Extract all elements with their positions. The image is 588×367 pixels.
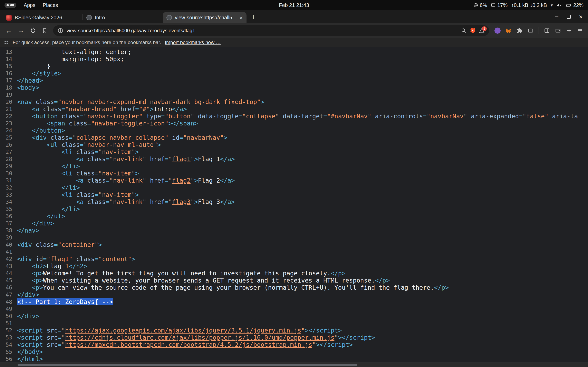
line-content: </li> (17, 184, 80, 191)
line-number: 51 (0, 320, 12, 327)
line-number: 17 (0, 77, 12, 84)
line-content: </ul> (17, 213, 65, 220)
code-line: 50</div> (0, 313, 588, 320)
line-content: </div> (17, 291, 39, 298)
code-line: 15 } (0, 63, 588, 70)
activities-bar-icon (10, 4, 14, 6)
brave-rewards-icon[interactable]: 1 (479, 28, 485, 33)
tab-strip: BSides Galway 2026 Intro view-source:htt… (0, 10, 588, 23)
reload-button[interactable] (28, 25, 38, 36)
code-line: 45 <p>When visiting a website, your brow… (0, 277, 588, 284)
tab-view-source-active[interactable]: view-source:https://chall5 × (163, 12, 247, 23)
source-link[interactable]: # (143, 106, 146, 113)
line-content: <body> (17, 84, 39, 91)
code-line: 37 </div> (0, 220, 588, 227)
sidebar-toggle-icon[interactable] (542, 26, 552, 35)
line-number: 23 (0, 120, 12, 127)
line-content: </li> (17, 163, 80, 170)
line-content: } (17, 63, 51, 70)
extension-purple-icon[interactable] (493, 26, 502, 35)
menu-apps[interactable]: Apps (24, 2, 35, 8)
source-link[interactable]: https://cdnjs.cloudflare.com/ajax/libs/p… (65, 334, 335, 341)
code-line: 35 </li> (0, 205, 588, 213)
line-content: <script src="https://cdnjs.cloudflare.co… (17, 334, 375, 341)
code-line: 55</body> (0, 348, 588, 355)
leo-ai-sparkle-icon[interactable] (564, 26, 574, 35)
source-link[interactable]: https://maxcdn.bootstrapcdn.com/bootstra… (65, 341, 312, 348)
line-number: 44 (0, 270, 12, 277)
tab-close-icon[interactable]: × (239, 15, 243, 21)
address-bar[interactable]: view-source:https://chall5000.galway.zer… (53, 25, 489, 36)
line-content: <button class="navbar-toggler" type="but… (17, 113, 578, 120)
line-number: 42 (0, 255, 12, 263)
new-tab-button[interactable]: + (251, 13, 256, 21)
url-text[interactable]: view-source:https://chall5000.galway.zer… (67, 28, 195, 33)
wallet-icon[interactable] (553, 26, 563, 35)
tab-intro[interactable]: Intro (83, 12, 163, 23)
line-number: 24 (0, 127, 12, 134)
chevron-down-icon[interactable]: ▾ (551, 3, 553, 8)
horizontal-scrollbar[interactable] (0, 363, 588, 367)
import-bookmarks-link[interactable]: Import bookmarks now … (165, 40, 221, 45)
apps-grid-icon[interactable] (4, 40, 9, 45)
zoom-icon[interactable] (461, 28, 467, 33)
extensions-puzzle-icon[interactable] (515, 26, 524, 35)
code-line: 40<div class="container"> (0, 241, 588, 248)
line-number: 40 (0, 241, 12, 248)
site-info-icon[interactable] (58, 28, 63, 33)
line-content: margin-top: 50px; (17, 56, 124, 63)
forward-button[interactable]: → (16, 25, 26, 36)
source-link[interactable]: flag1 (172, 155, 190, 163)
brave-shields-icon[interactable] (470, 27, 476, 34)
menu-icon[interactable] (575, 26, 585, 35)
bookmark-icon[interactable] (40, 26, 49, 35)
scrollbar-thumb[interactable] (17, 364, 357, 366)
code-line: 39 (0, 234, 588, 241)
menu-places[interactable]: Places (43, 2, 58, 8)
line-content: text-align: center; (17, 48, 131, 56)
net-up-value: ↑0.1 kB (511, 2, 528, 8)
line-number: 16 (0, 70, 12, 77)
code-line: 26 <ul class="navbar-nav ml-auto"> (0, 141, 588, 148)
speaker-muted-icon[interactable] (557, 3, 562, 8)
tab-bsides-galway[interactable]: BSides Galway 2026 (2, 12, 83, 23)
line-content: </div> (17, 313, 39, 320)
net-down-value: ↓0.2 kB (530, 2, 547, 8)
line-number: 49 (0, 305, 12, 313)
code-line: 51 (0, 320, 588, 327)
code-line: 17</head> (0, 77, 588, 84)
code-line: 54<script src="https://maxcdn.bootstrapc… (0, 341, 588, 348)
indicator-network-speed[interactable]: ↑0.1 kB ↓0.2 kB (511, 2, 547, 8)
indicator-network-quality[interactable]: 6% (473, 2, 487, 8)
close-button[interactable]: × (579, 13, 583, 21)
indicator-battery[interactable]: 22% (566, 2, 584, 8)
line-number: 22 (0, 113, 12, 120)
line-content: <script src="https://ajax.googleapis.com… (17, 327, 342, 334)
line-content: <span class="navbar-toggler-icon"></span… (17, 120, 198, 127)
line-content: <ul class="navbar-nav ml-auto"> (17, 141, 161, 148)
maximize-button[interactable] (567, 15, 571, 19)
line-content: </style> (17, 70, 61, 77)
code-line: 49 (0, 305, 588, 313)
code-line: 14 margin-top: 50px; (0, 56, 588, 63)
minimize-button[interactable]: − (555, 13, 559, 21)
collections-icon[interactable] (526, 26, 535, 35)
line-content: <p>When visiting a website, your browser… (17, 277, 390, 284)
clock[interactable]: Feb 21 21:43 (279, 2, 309, 8)
system-top-bar: Apps Places Feb 21 21:43 6% 17% ↑0.1 kB … (0, 0, 588, 10)
battery-value: 22% (573, 2, 584, 8)
bookmarks-hint-text: For quick access, place your bookmarks h… (13, 40, 161, 45)
source-link[interactable]: flag2 (172, 177, 190, 184)
extension-fox-icon[interactable] (504, 26, 513, 35)
line-content: <nav class="navbar navbar-expand-md navb… (17, 98, 264, 106)
source-link[interactable]: https://ajax.googleapis.com/ajax/libs/jq… (65, 327, 301, 334)
source-link[interactable]: flag3 (172, 198, 190, 205)
line-number: 27 (0, 148, 12, 155)
activities-indicator[interactable] (4, 3, 16, 8)
line-content: </head> (17, 77, 43, 84)
indicator-brightness[interactable]: 17% (491, 2, 508, 8)
line-content: <li class="nav-item"> (17, 191, 139, 198)
line-content: </div> (17, 220, 54, 227)
back-button[interactable]: ← (3, 25, 14, 36)
line-number: 34 (0, 198, 12, 205)
